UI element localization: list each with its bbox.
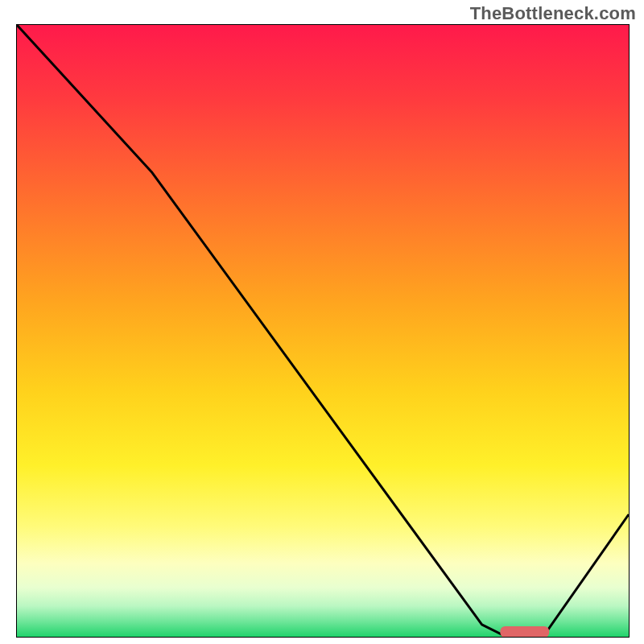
optimal-range-marker [500,626,549,637]
watermark-text: TheBottleneck.com [470,3,636,24]
bottleneck-curve-line [17,25,629,637]
chart-container: TheBottleneck.com [0,0,644,644]
chart-overlay [17,25,629,637]
plot-area [16,24,630,638]
